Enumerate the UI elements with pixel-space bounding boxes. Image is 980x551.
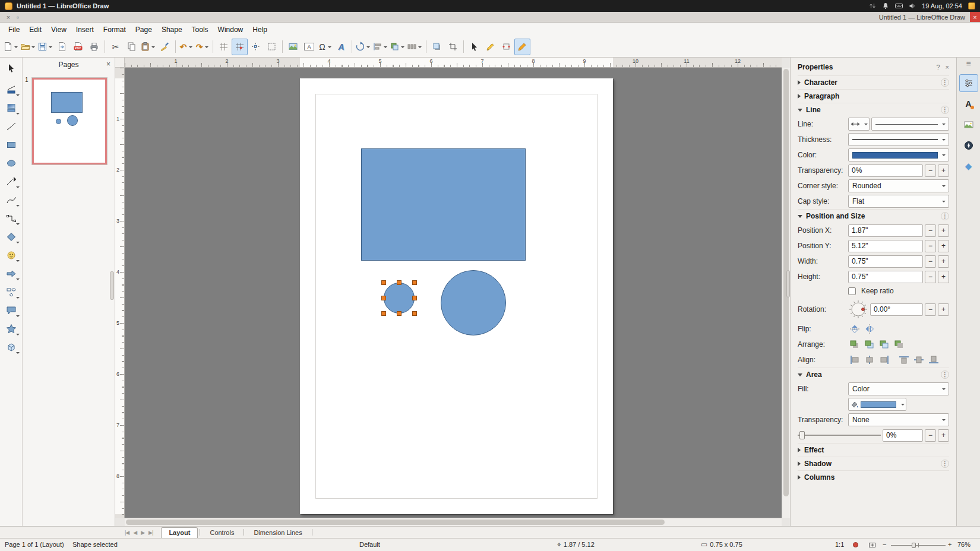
decrease-button[interactable]: − xyxy=(925,164,936,177)
stars-and-banners-tool[interactable] xyxy=(2,321,20,337)
menu-tools[interactable]: Tools xyxy=(187,24,213,36)
menu-format[interactable]: Format xyxy=(99,24,131,36)
fill-color-tool[interactable] xyxy=(2,100,20,116)
previous-page-button[interactable]: ◀ xyxy=(132,530,138,536)
first-page-button[interactable]: |◀ xyxy=(124,530,130,536)
page-style[interactable]: Default xyxy=(359,541,380,548)
height-input[interactable]: 0.75" xyxy=(848,271,923,283)
bring-forward-button[interactable] xyxy=(863,338,876,350)
tab-navigator[interactable] xyxy=(959,137,978,154)
section-position-size[interactable]: Position and Size ⋮ xyxy=(798,209,949,223)
undo-button[interactable]: ↶ xyxy=(178,39,194,55)
more-options-button[interactable]: ⋮ xyxy=(941,106,949,114)
zoom-out-button[interactable]: − xyxy=(883,541,886,548)
zoom-in-button[interactable]: + xyxy=(948,541,951,548)
page-info[interactable]: Page 1 of 1 (Layout) xyxy=(5,541,64,548)
menu-shape[interactable]: Shape xyxy=(157,24,187,36)
transparency-slider[interactable] xyxy=(798,429,881,441)
crop-button[interactable] xyxy=(445,39,461,55)
arrange-button[interactable] xyxy=(389,39,406,55)
increase-button[interactable]: + xyxy=(938,240,949,252)
position-x-input[interactable]: 1.87" xyxy=(848,224,923,237)
align-left-button[interactable] xyxy=(848,354,861,366)
more-options-button[interactable]: ⋮ xyxy=(941,370,949,379)
pages-panel-close-button[interactable]: × xyxy=(106,60,110,68)
width-input[interactable]: 0.75" xyxy=(848,255,923,268)
increase-button[interactable]: + xyxy=(938,429,949,442)
flip-horizontally-button[interactable] xyxy=(863,323,876,335)
slider-thumb[interactable] xyxy=(799,431,805,439)
window-close-button[interactable]: × xyxy=(4,14,13,21)
display-grid-button[interactable] xyxy=(216,39,232,55)
horizontal-ruler[interactable]: 1 2 3 4 5 6 7 8 9 10 11 12 xyxy=(125,58,782,68)
line-style-dropdown[interactable] xyxy=(871,118,949,131)
selection-handle[interactable] xyxy=(381,296,386,300)
menu-view[interactable]: View xyxy=(46,24,71,36)
snap-to-grid-button[interactable] xyxy=(232,39,248,55)
corner-style-dropdown[interactable]: Rounded xyxy=(848,179,949,192)
zoom-thumb[interactable] xyxy=(912,543,916,548)
fill-color-dropdown[interactable] xyxy=(848,398,906,411)
selection-handle[interactable] xyxy=(381,280,386,285)
zoom-fit-button[interactable] xyxy=(868,542,876,549)
clone-formatting-button[interactable] xyxy=(157,39,173,55)
block-arrows-tool[interactable] xyxy=(2,265,20,281)
flowchart-tool[interactable] xyxy=(2,284,20,300)
selection-handle[interactable] xyxy=(381,311,386,316)
bring-to-front-button[interactable] xyxy=(848,338,861,350)
open-button[interactable] xyxy=(20,39,37,55)
section-columns[interactable]: Columns xyxy=(798,470,949,484)
vertical-ruler[interactable]: 1 2 3 4 5 6 7 8 xyxy=(115,68,125,518)
keep-ratio-checkbox[interactable] xyxy=(848,287,856,295)
basic-shapes-tool[interactable] xyxy=(2,229,20,245)
symbol-shapes-tool[interactable] xyxy=(2,247,20,263)
keyboard-icon[interactable] xyxy=(895,2,903,10)
lines-and-arrows-tool[interactable] xyxy=(2,173,20,189)
edit-points-button[interactable] xyxy=(482,39,498,55)
tab-gallery[interactable] xyxy=(959,116,978,134)
area-transparency-input[interactable]: 0% xyxy=(883,429,923,442)
redo-button[interactable]: ↷ xyxy=(194,39,210,55)
line-transparency-input[interactable]: 0% xyxy=(848,164,923,177)
insert-text-box-button[interactable]: A xyxy=(301,39,317,55)
section-area[interactable]: Area ⋮ xyxy=(798,368,949,381)
menu-insert[interactable]: Insert xyxy=(71,24,99,36)
area-transparency-type-dropdown[interactable]: None xyxy=(848,413,949,426)
next-page-button[interactable]: ▶ xyxy=(140,530,146,536)
tab-shapes[interactable]: ◆ xyxy=(959,157,978,175)
sidebar-close-button[interactable]: × xyxy=(946,64,949,71)
shadow-button[interactable] xyxy=(429,39,445,55)
align-middle-button[interactable] xyxy=(912,354,925,366)
snap-guides-button[interactable] xyxy=(264,39,280,55)
export-pdf-button[interactable] xyxy=(70,39,86,55)
scrollbar-thumb[interactable] xyxy=(126,520,665,525)
shape-small-circle-selected[interactable] xyxy=(384,283,415,314)
print-button[interactable] xyxy=(86,39,102,55)
menu-page[interactable]: Page xyxy=(131,24,157,36)
increase-button[interactable]: + xyxy=(938,224,949,237)
insert-image-button[interactable] xyxy=(285,39,301,55)
save-button[interactable] xyxy=(37,39,54,55)
decrease-button[interactable]: − xyxy=(925,240,936,252)
window-restore-button[interactable]: ▫ xyxy=(13,14,23,21)
decrease-button[interactable]: − xyxy=(925,255,936,268)
tab-properties[interactable] xyxy=(959,74,978,92)
rectangle-tool[interactable] xyxy=(2,137,20,153)
copy-button[interactable] xyxy=(124,39,140,55)
new-document-button[interactable] xyxy=(2,39,20,55)
decrease-button[interactable]: − xyxy=(925,429,936,442)
tray-app-indicator-icon[interactable] xyxy=(968,2,975,10)
zoom-level[interactable]: 76% xyxy=(957,541,970,548)
ellipse-tool[interactable] xyxy=(2,155,20,171)
section-effect[interactable]: Effect xyxy=(798,443,949,457)
clock[interactable]: 19 Aug, 02:54 xyxy=(922,2,962,10)
section-shadow[interactable]: Shadow ⋮ xyxy=(798,457,949,470)
menu-file[interactable]: File xyxy=(4,24,24,36)
drawing-canvas[interactable] xyxy=(125,68,782,518)
window-close-red-button[interactable]: × xyxy=(970,12,980,22)
panel-splitter-handle[interactable] xyxy=(110,271,114,300)
menu-edit[interactable]: Edit xyxy=(24,24,46,36)
fill-type-dropdown[interactable]: Color xyxy=(848,382,949,395)
align-objects-button[interactable] xyxy=(372,39,389,55)
sidebar-settings-button[interactable]: ≡ xyxy=(966,59,970,71)
